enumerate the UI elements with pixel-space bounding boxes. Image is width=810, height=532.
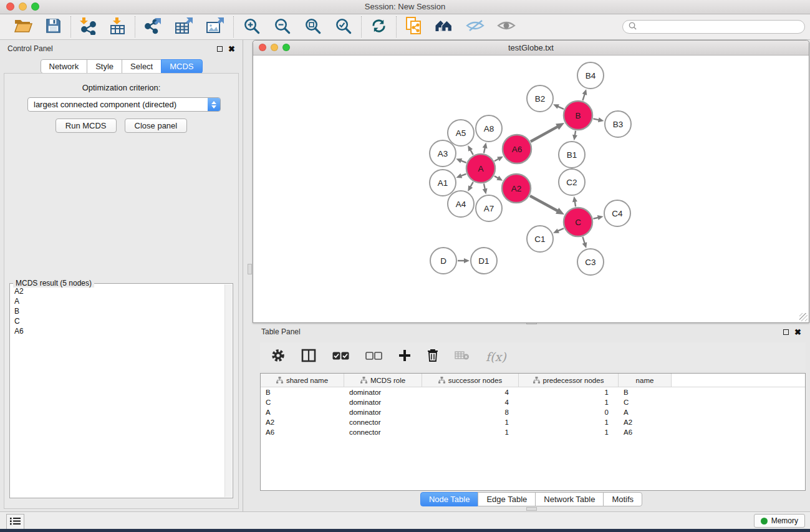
- horizontal-splitter-handle[interactable]: [526, 507, 537, 511]
- search-box[interactable]: [622, 20, 805, 34]
- table-row[interactable]: A6connector11A6: [261, 427, 805, 437]
- tab-node-table[interactable]: Node Table: [420, 492, 479, 506]
- table-cell: B: [261, 389, 344, 396]
- graph-node-label: A6: [512, 145, 523, 154]
- graph-edge-B-B3[interactable]: [593, 118, 599, 120]
- tab-mcds[interactable]: MCDS: [161, 59, 202, 74]
- zoom-out-button[interactable]: [273, 17, 291, 37]
- tab-network[interactable]: Network: [40, 59, 87, 74]
- tab-select[interactable]: Select: [122, 59, 162, 74]
- graph-edge-C-C1[interactable]: [557, 228, 564, 231]
- graph-node-label: A1: [438, 178, 448, 188]
- graph-edge-A2-C[interactable]: [530, 196, 558, 211]
- zoom-selected-button[interactable]: [334, 17, 352, 37]
- graph-edge-B-B4[interactable]: [582, 94, 584, 101]
- edge-arrowhead: [582, 242, 587, 248]
- tab-motifs[interactable]: Motifs: [603, 492, 642, 506]
- import-network-button[interactable]: [80, 17, 97, 37]
- optimization-criterion-label: Optimization criterion:: [4, 83, 238, 92]
- graph-edge-A6-B[interactable]: [531, 127, 558, 142]
- maximize-window-button[interactable]: [31, 2, 39, 11]
- hide-selected-button[interactable]: [466, 19, 485, 35]
- tab-style[interactable]: Style: [87, 59, 122, 74]
- minimize-network-button[interactable]: [271, 44, 278, 51]
- vertical-splitter-handle[interactable]: [248, 264, 252, 274]
- task-history-button[interactable]: [6, 514, 24, 530]
- export-image-button[interactable]: [206, 17, 224, 37]
- network-window-titlebar[interactable]: testGlobe.txt: [253, 41, 809, 56]
- graph-edge-C-C2[interactable]: [575, 201, 576, 207]
- save-session-button[interactable]: [45, 17, 62, 37]
- float-panel-icon[interactable]: [217, 46, 223, 52]
- search-input[interactable]: [640, 22, 799, 32]
- graph-edge-A-A2[interactable]: [494, 176, 498, 178]
- maximize-network-button[interactable]: [282, 44, 290, 51]
- network-canvas[interactable]: AA6A2A5A8A3A1A4A7BB2B4B3B1CC2C4C1C3DD1: [253, 56, 809, 323]
- minimize-window-button[interactable]: [19, 2, 27, 11]
- graph-edge-C-C3[interactable]: [582, 237, 584, 244]
- first-neighbors-button[interactable]: [434, 18, 453, 36]
- tab-network-table[interactable]: Network Table: [535, 492, 604, 506]
- graph-edge-A-A4[interactable]: [470, 182, 473, 187]
- graph-edge-B-B1[interactable]: [575, 131, 576, 136]
- show-columns-button[interactable]: [301, 349, 316, 365]
- graph-edge-B-B2[interactable]: [557, 107, 564, 109]
- column-header-predecessor-nodes[interactable]: predecessor nodes: [519, 374, 619, 387]
- column-header-shared-name[interactable]: shared name: [261, 374, 344, 387]
- open-session-button[interactable]: [14, 17, 32, 36]
- table-row[interactable]: Bdominator41B: [261, 387, 805, 397]
- import-table-button[interactable]: [109, 17, 126, 37]
- delete-columns-button[interactable]: [427, 349, 438, 364]
- control-panel-tabs: NetworkStyleSelectMCDS: [40, 59, 202, 74]
- export-network-button[interactable]: [144, 17, 162, 37]
- zoom-fit-button[interactable]: [304, 17, 322, 37]
- column-header-mcds-role[interactable]: MCDS role: [344, 374, 422, 387]
- float-table-panel-icon[interactable]: [783, 329, 789, 335]
- graph-edge-A-A3[interactable]: [461, 160, 466, 162]
- table-row[interactable]: A2connector11A2: [261, 417, 805, 427]
- table-row[interactable]: Cdominator41C: [261, 397, 805, 407]
- function-builder-button[interactable]: f(x): [486, 350, 506, 364]
- close-window-button[interactable]: [6, 2, 14, 11]
- table-cell: A: [261, 409, 344, 416]
- graph-edge-A-A8[interactable]: [484, 147, 485, 153]
- new-network-from-selection-button[interactable]: [405, 16, 422, 37]
- export-table-icon: [175, 17, 193, 37]
- memory-button[interactable]: Memory: [754, 514, 805, 528]
- network-window-controls: [259, 44, 290, 51]
- column-header-name[interactable]: name: [619, 374, 672, 387]
- zoom-in-button[interactable]: [243, 17, 261, 37]
- table-settings-button[interactable]: [271, 349, 285, 365]
- close-panel-button[interactable]: Close panel: [125, 118, 188, 133]
- refresh-layout-button[interactable]: [370, 17, 387, 37]
- tab-edge-table[interactable]: Edge Table: [478, 492, 536, 506]
- result-item[interactable]: C: [11, 316, 224, 326]
- delete-table-button[interactable]: [455, 351, 470, 363]
- result-item[interactable]: A: [11, 296, 224, 306]
- close-network-button[interactable]: [259, 44, 266, 51]
- close-panel-icon[interactable]: ✖: [228, 45, 235, 53]
- graph-edge-C-C4[interactable]: [593, 218, 598, 219]
- table-cell: 1: [422, 428, 519, 436]
- graph-edge-A-A6[interactable]: [494, 159, 499, 162]
- optimization-criterion-dropdown[interactable]: largest connected component (directed): [27, 97, 221, 112]
- graph-edge-A-A1[interactable]: [461, 174, 466, 176]
- result-item[interactable]: B: [11, 306, 224, 316]
- create-column-button[interactable]: [398, 349, 411, 364]
- titlebar[interactable]: Session: New Session: [0, 0, 810, 14]
- graph-edge-A-A7[interactable]: [484, 183, 485, 189]
- table-cell: connector: [344, 428, 422, 436]
- result-scrollbar[interactable]: [224, 284, 232, 497]
- select-all-columns-button[interactable]: [332, 351, 349, 362]
- deselect-all-columns-button[interactable]: [365, 351, 382, 362]
- graph-edge-A-A5[interactable]: [470, 150, 473, 155]
- resize-grip[interactable]: [799, 313, 808, 321]
- table-row[interactable]: Adominator80A: [261, 407, 805, 417]
- close-table-panel-icon[interactable]: ✖: [794, 328, 801, 336]
- result-item[interactable]: A6: [11, 326, 224, 336]
- show-all-button[interactable]: [497, 19, 516, 34]
- result-item[interactable]: A2: [11, 286, 224, 296]
- run-mcds-button[interactable]: Run MCDS: [55, 118, 117, 133]
- export-table-button[interactable]: [175, 17, 193, 37]
- column-header-successor-nodes[interactable]: successor nodes: [422, 374, 519, 387]
